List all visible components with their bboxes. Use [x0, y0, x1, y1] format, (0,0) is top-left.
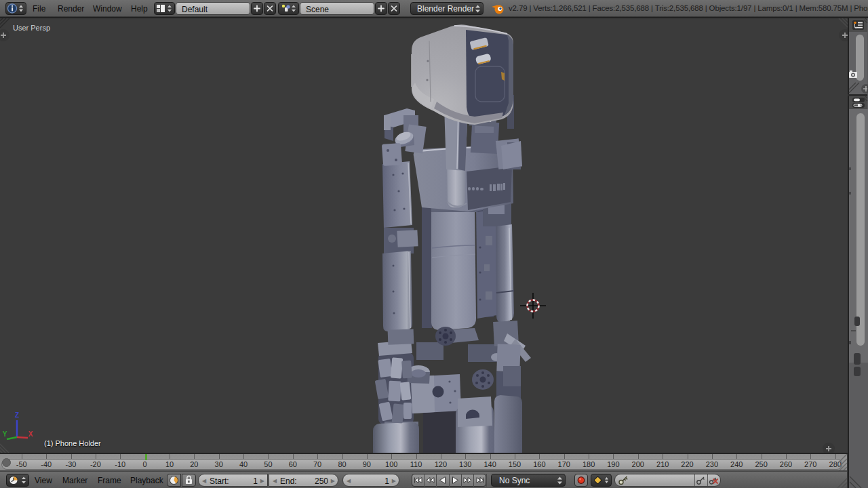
svg-text:X: X: [28, 430, 33, 438]
svg-text:Y: Y: [3, 430, 7, 438]
svg-text:Z: Z: [15, 411, 19, 419]
